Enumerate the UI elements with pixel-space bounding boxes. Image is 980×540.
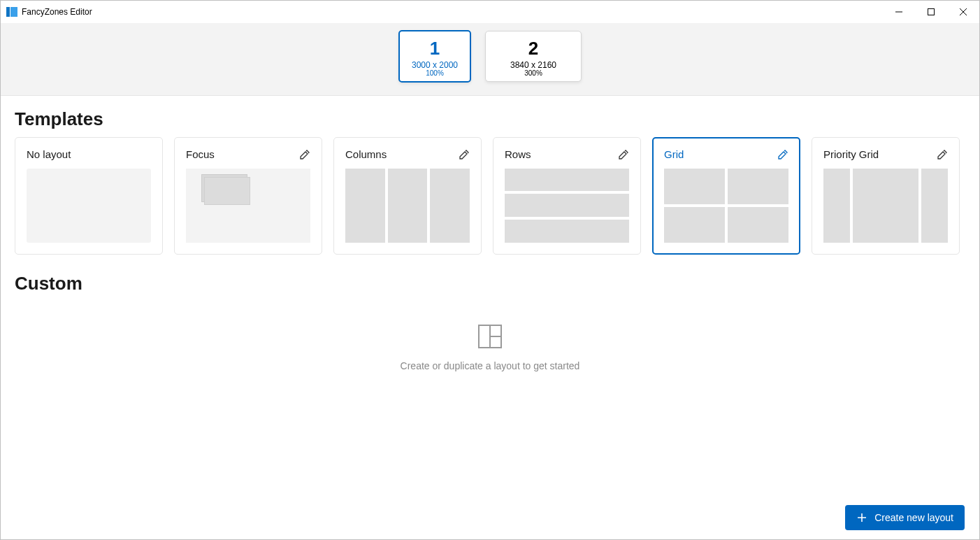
template-card-rows[interactable]: Rows [493, 137, 641, 255]
svg-rect-0 [6, 7, 10, 17]
maximize-button[interactable] [915, 1, 947, 23]
template-preview [27, 169, 151, 243]
template-preview [505, 169, 629, 243]
template-preview [664, 169, 788, 243]
pencil-icon[interactable] [937, 149, 948, 160]
monitor-number: 2 [489, 38, 578, 59]
create-button-label: Create new layout [874, 512, 953, 523]
custom-heading: Custom [15, 273, 965, 294]
templates-row: No layout Focus Columns [15, 137, 965, 255]
template-card-focus[interactable]: Focus [174, 137, 322, 255]
monitor-scale: 300% [489, 69, 578, 77]
window-title: FancyZones Editor [22, 7, 92, 17]
minimize-button[interactable] [883, 1, 915, 23]
svg-rect-1 [10, 7, 17, 17]
monitor-scale: 100% [403, 69, 467, 77]
monitor-number: 1 [403, 38, 467, 59]
monitor-bar: 1 3000 x 2000 100% 2 3840 x 2160 300% [1, 23, 979, 96]
plus-icon [856, 512, 867, 523]
template-title: Focus [186, 148, 215, 160]
svg-rect-2 [928, 9, 935, 15]
layout-empty-icon [15, 322, 965, 350]
template-card-priority-grid[interactable]: Priority Grid [812, 137, 960, 255]
template-card-grid[interactable]: Grid [652, 137, 800, 255]
pencil-icon[interactable] [299, 149, 310, 160]
custom-empty-message: Create or duplicate a layout to get star… [15, 360, 965, 371]
monitor-resolution: 3840 x 2160 [489, 60, 578, 70]
template-title: Rows [505, 148, 531, 160]
titlebar: FancyZones Editor [1, 1, 979, 23]
monitor-card-2[interactable]: 2 3840 x 2160 300% [485, 31, 582, 82]
template-title: Priority Grid [823, 148, 879, 160]
template-title: Columns [345, 148, 387, 160]
monitor-resolution: 3000 x 2000 [403, 60, 467, 70]
template-preview [823, 169, 948, 243]
app-icon [6, 6, 17, 17]
pencil-icon[interactable] [777, 149, 788, 160]
create-new-layout-button[interactable]: Create new layout [845, 505, 965, 530]
template-title: No layout [27, 148, 71, 160]
pencil-icon[interactable] [459, 149, 470, 160]
template-title: Grid [664, 148, 684, 160]
pencil-icon[interactable] [618, 149, 629, 160]
template-preview [345, 169, 470, 243]
templates-heading: Templates [15, 108, 965, 130]
template-card-no-layout[interactable]: No layout [15, 137, 163, 255]
custom-empty-state: Create or duplicate a layout to get star… [15, 322, 965, 371]
template-preview [186, 169, 310, 243]
close-button[interactable] [947, 1, 979, 23]
monitor-card-1[interactable]: 1 3000 x 2000 100% [398, 30, 471, 83]
template-card-columns[interactable]: Columns [333, 137, 482, 255]
